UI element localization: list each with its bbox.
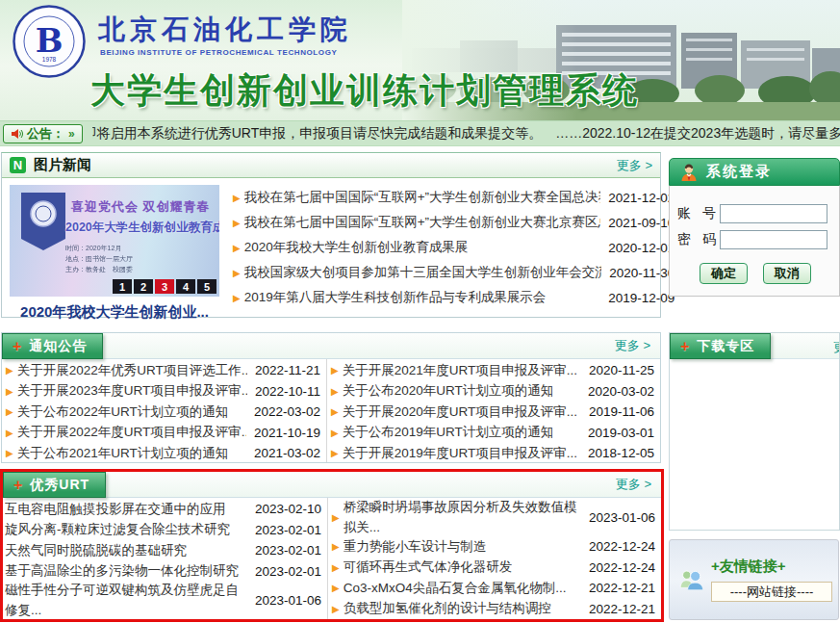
notice-item-date: 2019-03-01: [580, 426, 654, 440]
carousel-caption-link[interactable]: 2020年我校大学生创新创业...: [10, 303, 219, 322]
university-name-en: BEIJING INSTITUTE OF PETROCHEMICAL TECHN…: [100, 48, 337, 57]
notice-item: ▶ 关于开展2022年优秀URT项目评选工作... 2022-11-21: [6, 360, 320, 381]
urt-item-link[interactable]: Co3-xMxO4尖晶石复合金属氧化物制...: [344, 580, 567, 597]
arrow-bullet-icon: ▶: [6, 386, 13, 397]
notice-item-link[interactable]: 关于开展2019年度URT项目申报及评审...: [343, 445, 577, 462]
carousel-pagination: 1 2 3 4 5: [113, 279, 216, 294]
urt-item-link[interactable]: 桥梁瞬时坍塌事故原因分析及失效数值模拟关...: [344, 498, 581, 537]
arrow-bullet-icon: ▶: [331, 428, 339, 438]
news-item-link[interactable]: 我校在第七届中国国际“互联网+”大学生创新创业大赛全国总决赛...: [244, 189, 600, 206]
urt-item-link[interactable]: 可循环再生式气体净化器研发: [344, 558, 513, 576]
arrow-bullet-icon: ▶: [332, 562, 340, 573]
account-input[interactable]: [720, 204, 827, 223]
notice-item-link[interactable]: 关于开展2023年度URT项目申报及评审...: [17, 382, 247, 400]
urt-item-date: 2022-12-21: [581, 602, 655, 616]
notice-item-link[interactable]: 关于公布2019年URT计划立项的通知: [343, 424, 554, 441]
carousel-image[interactable]: 喜迎党代会 双创耀青春 2020年大学生创新创业教育成果展 时间：2020年12…: [10, 185, 219, 297]
notice-item-link[interactable]: 关于开展2020年度URT项目申报及评审...: [343, 403, 577, 421]
urt-item-date: 2023-02-01: [247, 564, 321, 579]
plus-icon: +: [680, 339, 690, 354]
carousel-page-3-active[interactable]: 3: [155, 279, 174, 294]
urt-item-link[interactable]: 旋风分离-颗粒床过滤复合除尘技术研究: [5, 521, 230, 538]
urt-more-link[interactable]: 更多 >: [616, 476, 651, 493]
arrow-bullet-icon: ▶: [332, 512, 340, 523]
news-list-item: ▶ 2020年我校大学生创新创业教育成果展 2020-12-01: [233, 235, 675, 260]
urt-item-date: 2022-12-24: [581, 560, 655, 575]
picture-news-panel: N 图片新闻 更多 > 喜迎党代会 双创耀青春 2020年大学生创新创业教育成果…: [1, 152, 661, 318]
arrow-bullet-icon: ▶: [331, 386, 339, 397]
account-label: 账 号: [677, 205, 720, 222]
news-n-icon: N: [10, 157, 26, 173]
arrow-bullet-icon: ▶: [6, 448, 13, 458]
urt-item-link[interactable]: 天然气同时脱硫脱碳的基础研究: [5, 542, 187, 559]
news-item-date: 2020-11-30: [601, 266, 675, 280]
arrow-bullet-icon: ▶: [6, 428, 13, 438]
urt-title: 优秀URT: [30, 477, 89, 494]
carousel-detail-text: 时间：2020年12月 地点：图书馆一层大厅 主办：教务处 校团委: [65, 243, 133, 275]
notice-more-link[interactable]: 更多 >: [615, 337, 650, 354]
arrow-bullet-icon: ▶: [233, 268, 241, 278]
urt-item-date: 2023-02-01: [247, 523, 321, 537]
notice-item-link[interactable]: 关于公布2020年URT计划立项的通知: [343, 382, 554, 400]
arrow-bullet-icon: ▶: [233, 218, 241, 228]
notice-tab[interactable]: + 通知公告: [2, 333, 103, 359]
notice-item-link[interactable]: 关于公布2021年URT计划立项的通知: [17, 445, 229, 462]
system-title: 大学生创新创业训练计划管理系统: [90, 67, 639, 115]
announcement-button[interactable]: 公告： »: [3, 124, 83, 143]
urt-item-link[interactable]: 基于高温除尘的多污染物一体化控制研究: [5, 562, 239, 580]
notice-item-link[interactable]: 关于开展2022年度URT项目申报及评审...: [17, 424, 246, 441]
urt-item: 磁性手性分子可逆双键构筑及仿壁虎足自修复... 2023-01-06: [5, 582, 321, 619]
login-title: 系统登录: [706, 163, 772, 181]
notice-item: ▶ 关于开展2021年度URT项目申报及评审... 2020-11-25: [331, 360, 654, 381]
login-cancel-button[interactable]: 取消: [763, 263, 811, 284]
urt-item-date: 2022-12-21: [581, 581, 655, 595]
login-form: 账 号 密 码 确定 取消: [669, 186, 840, 297]
notice-item-link[interactable]: 关于公布2022年URT计划立项的通知: [17, 403, 229, 421]
university-name-cn: 北京石油化工学院: [98, 12, 352, 48]
urt-item-link[interactable]: 磁性手性分子可逆双键构筑及仿壁虎足自修复...: [5, 581, 247, 620]
news-item-link[interactable]: 2019年第八届大学生科技创新作品与专利成果展示会: [244, 289, 547, 306]
urt-item-link[interactable]: 互电容电阻触摸投影屏在交通中的应用: [5, 501, 226, 518]
download-tab[interactable]: + 下载专区: [670, 333, 771, 359]
urt-right-column: ▶ 桥梁瞬时坍塌事故原因分析及失效数值模拟关... 2023-01-06 ▶ 重…: [328, 498, 661, 619]
svg-text:1978: 1978: [42, 56, 57, 63]
news-item-link[interactable]: 我校在第七届中国国际“互联网+”大学生创新创业大赛北京赛区总...: [244, 214, 600, 231]
urt-item-link[interactable]: 负载型加氢催化剂的设计与结构调控: [344, 600, 551, 617]
notice-right-column: ▶ 关于开展2021年度URT项目申报及评审... 2020-11-25 ▶ 关…: [327, 359, 660, 462]
picture-news-title: 图片新闻: [34, 156, 91, 174]
news-item-link[interactable]: 2020年我校大学生创新创业教育成果展: [244, 239, 469, 256]
urt-tab[interactable]: + 优秀URT: [3, 472, 106, 498]
login-ok-button[interactable]: 确定: [700, 263, 748, 284]
password-input[interactable]: [720, 230, 827, 249]
news-item-date: 2019-12-09: [600, 291, 675, 305]
urt-item-link[interactable]: 重力势能小车设计与制造: [344, 538, 487, 556]
site-links-dropdown[interactable]: ----网站链接----: [711, 582, 832, 602]
notice-header: + 通知公告 更多 >: [2, 333, 660, 359]
notice-item-date: 2021-03-02: [246, 446, 320, 460]
announcement-ticker: 即将启用本系统进行优秀URT申报，申报项目请尽快完成结题和成果提交等。 ……20…: [92, 125, 840, 143]
friend-links-title: +友情链接+: [711, 558, 832, 576]
download-header: + 下载专区 更多 >: [670, 333, 839, 359]
urt-item-date: 2022-12-24: [581, 539, 655, 554]
carousel-page-2[interactable]: 2: [134, 279, 153, 294]
announcement-arrow-icon: »: [68, 127, 75, 141]
download-more-link[interactable]: 更多 >: [833, 339, 840, 356]
notice-item-date: 2021-10-19: [246, 426, 320, 440]
svg-text:B: B: [36, 21, 64, 60]
carousel-page-4[interactable]: 4: [176, 279, 195, 294]
carousel-page-1[interactable]: 1: [113, 279, 132, 294]
notice-item-link[interactable]: 关于开展2021年度URT项目申报及评审...: [343, 362, 577, 379]
news-list-item: ▶ 我校在第七届中国国际“互联网+”大学生创新创业大赛全国总决赛... 2021…: [233, 185, 675, 210]
news-list-item: ▶ 我校国家级大创项目参加第十三届全国大学生创新创业年会交流展示 2020-11…: [233, 260, 675, 285]
carousel-page-5[interactable]: 5: [197, 279, 216, 294]
news-item-link[interactable]: 我校国家级大创项目参加第十三届全国大学生创新创业年会交流展示: [244, 264, 601, 281]
plus-icon: +: [13, 478, 23, 493]
notice-item-date: 2020-11-25: [581, 363, 654, 377]
carousel-headline-2: 2020年大学生创新创业教育成果展: [65, 220, 219, 236]
picture-news-more-link[interactable]: 更多 >: [617, 157, 652, 174]
news-item-date: 2021-12-02: [600, 191, 675, 205]
urt-item: ▶ 可循环再生式气体净化器研发 2022-12-24: [332, 558, 655, 579]
notice-item-link[interactable]: 关于开展2022年优秀URT项目评选工作...: [17, 362, 247, 379]
notice-item: ▶ 关于公布2022年URT计划立项的通知 2022-03-02: [6, 402, 320, 423]
notice-item: ▶ 关于公布2019年URT计划立项的通知 2019-03-01: [331, 423, 654, 444]
